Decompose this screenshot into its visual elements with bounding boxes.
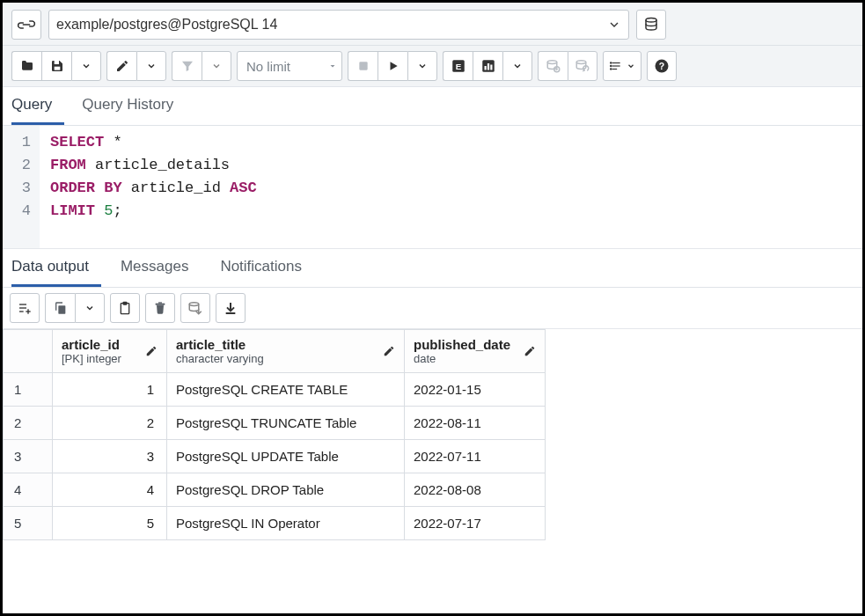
table-row[interactable]: 11PostgreSQL CREATE TABLE2022-01-15 [4,373,546,407]
save-dropdown[interactable] [71,51,101,81]
row-number[interactable]: 2 [4,407,53,440]
filter-button[interactable] [172,51,202,81]
svg-rect-31 [158,302,162,303]
cell-article_title[interactable]: PostgreSQL DROP Table [167,473,405,507]
execute-button[interactable] [378,51,407,81]
add-row-button[interactable] [10,293,40,323]
connection-bar: example/postgres@PostgreSQL 14 [3,3,862,46]
explain-analyze-button[interactable] [473,51,502,81]
svg-rect-2 [54,61,58,64]
editor-gutter: 1234 [3,126,40,248]
download-button[interactable] [216,293,246,323]
table-row[interactable]: 22PostgreSQL TRUNCATE Table2022-08-11 [4,407,546,440]
cell-article_id[interactable]: 3 [53,440,167,473]
cell-article_id[interactable]: 2 [53,407,167,440]
pencil-icon[interactable] [383,345,395,357]
delete-button[interactable] [145,293,175,323]
edit-button[interactable] [106,51,136,81]
column-header-article_id[interactable]: article_id[PK] integer [53,330,167,373]
svg-point-18 [611,65,612,66]
main-toolbar: No limit E [3,46,862,87]
output-tabs: Data output Messages Notifications [3,249,862,288]
svg-line-0 [23,21,30,28]
svg-text:?: ? [659,61,664,71]
cell-published_date[interactable]: 2022-01-15 [405,373,546,407]
table-row[interactable]: 33PostgreSQL UPDATE Table2022-07-11 [4,440,546,473]
cell-article_title[interactable]: PostgreSQL TRUNCATE Table [167,407,405,440]
row-number[interactable]: 4 [4,473,53,507]
copy-button[interactable] [45,293,75,323]
svg-point-13 [576,61,586,64]
svg-point-1 [646,18,656,23]
rollback-button[interactable] [568,51,597,81]
svg-rect-9 [487,63,488,70]
svg-point-17 [611,62,612,63]
filter-dropdown[interactable] [202,51,231,81]
output-toolbar [3,288,862,329]
row-number[interactable]: 3 [4,440,53,473]
cell-published_date[interactable]: 2022-08-11 [405,407,546,440]
open-file-button[interactable] [11,51,41,81]
row-limit-label: No limit [246,59,290,74]
svg-rect-29 [123,302,127,304]
save-data-button[interactable] [180,293,210,323]
table-row[interactable]: 44PostgreSQL DROP Table2022-08-08 [4,473,546,507]
svg-point-19 [611,69,612,70]
editor-code[interactable]: SELECT *FROM article_detailsORDER BY art… [40,126,268,248]
explain-dropdown[interactable] [502,51,532,81]
new-query-button[interactable] [636,10,666,40]
edit-dropdown[interactable] [136,51,166,81]
row-number-header [4,330,53,373]
explain-button[interactable]: E [443,51,473,81]
column-header-published_date[interactable]: published_datedate [405,330,546,373]
row-number[interactable]: 1 [4,373,53,407]
cell-article_title[interactable]: PostgreSQL IN Operator [167,507,405,540]
row-number[interactable]: 5 [4,507,53,540]
svg-point-11 [547,61,557,64]
tab-query[interactable]: Query [11,87,64,125]
help-button[interactable]: ? [647,51,677,81]
macros-button[interactable] [603,51,641,81]
svg-rect-8 [484,66,486,70]
copy-dropdown[interactable] [75,293,105,323]
pencil-icon[interactable] [524,345,536,357]
table-row[interactable]: 55PostgreSQL IN Operator2022-07-17 [4,507,546,540]
paste-button[interactable] [110,293,140,323]
cell-article_id[interactable]: 1 [53,373,167,407]
tab-data-output[interactable]: Data output [11,249,101,287]
column-header-article_title[interactable]: article_titlecharacter varying [167,330,405,373]
result-grid-wrapper: article_id[PK] integerarticle_titlechara… [3,329,862,540]
svg-rect-10 [490,65,492,70]
connection-select[interactable]: example/postgres@PostgreSQL 14 [48,10,629,40]
cell-published_date[interactable]: 2022-07-11 [405,440,546,473]
result-grid[interactable]: article_id[PK] integerarticle_titlechara… [3,329,546,540]
cell-published_date[interactable]: 2022-08-08 [405,473,546,507]
cell-article_id[interactable]: 4 [53,473,167,507]
svg-rect-3 [54,67,60,70]
chevron-down-icon [607,18,621,32]
connection-status-icon[interactable] [11,10,41,40]
tab-query-history[interactable]: Query History [82,87,186,125]
connection-label: example/postgres@PostgreSQL 14 [56,17,277,33]
cell-published_date[interactable]: 2022-07-17 [405,507,546,540]
cell-article_id[interactable]: 5 [53,507,167,540]
row-limit-select[interactable]: No limit [237,51,342,81]
tab-messages[interactable]: Messages [121,249,201,287]
editor-tabs: Query Query History [3,87,862,126]
svg-text:E: E [455,62,461,71]
stop-button[interactable] [348,51,378,81]
commit-button[interactable] [538,51,568,81]
save-file-button[interactable] [41,51,71,81]
pencil-icon[interactable] [145,345,158,357]
svg-point-32 [189,303,199,306]
svg-rect-27 [58,305,65,313]
app-frame: example/postgres@PostgreSQL 14 [0,0,865,616]
sql-editor[interactable]: 1234 SELECT *FROM article_detailsORDER B… [3,126,862,249]
cell-article_title[interactable]: PostgreSQL UPDATE Table [167,440,405,473]
svg-rect-30 [156,304,165,305]
svg-rect-4 [359,62,367,70]
tab-notifications[interactable]: Notifications [220,249,314,287]
execute-dropdown[interactable] [407,51,437,81]
cell-article_title[interactable]: PostgreSQL CREATE TABLE [167,373,405,407]
